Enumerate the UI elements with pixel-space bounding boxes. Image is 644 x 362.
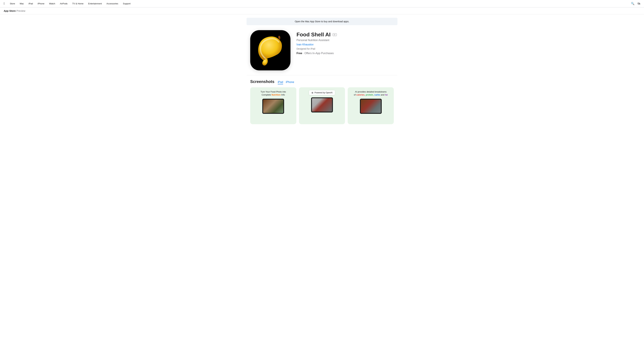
nav-ipad[interactable]: iPad [26, 0, 35, 7]
screenshot-line3: AI provides detailed breakdownsof calori… [354, 90, 388, 96]
nav-accessories[interactable]: Accessories [104, 0, 120, 7]
app-icon-image [254, 33, 287, 67]
highlight-nutrition: Nutrition [272, 93, 280, 96]
search-icon[interactable]: 🔍 [631, 2, 634, 5]
nav-entertainment[interactable]: Entertainment [86, 0, 104, 7]
nav-watch[interactable]: Watch [47, 0, 57, 7]
screenshot-card-3: AI provides detailed breakdownsof calori… [348, 87, 394, 124]
app-title-row: Food Shell AI 4+ [296, 31, 394, 38]
breadcrumb-store[interactable]: App Store [4, 9, 16, 12]
iap-separator: · [302, 52, 304, 55]
bag-icon[interactable]: 🛍 [638, 2, 640, 5]
app-icon [250, 30, 290, 70]
food-image-1 [263, 99, 283, 113]
nav-tv-home[interactable]: TV & Home [70, 0, 86, 7]
screenshot-text-3: AI provides detailed breakdownsof calori… [354, 90, 388, 96]
openai-logo-icon: ⊛ [312, 91, 314, 94]
screenshot-card-2: ⊛ Powered by OpenAI [299, 87, 345, 124]
screenshot-text-1: Turn Your Food Photo intoComplete Nutrit… [260, 90, 286, 96]
nav-mac[interactable]: Mac [18, 0, 26, 7]
highlight-calories: calories [356, 93, 364, 96]
app-title: Food Shell AI [296, 31, 330, 38]
nav-actions: 🔍 🛍 [631, 2, 640, 5]
iap-text: Offers In-App Purchases [304, 52, 334, 55]
tab-ipad[interactable]: iPad [278, 81, 283, 84]
device-frame-1 [262, 99, 284, 114]
app-detail-section: Food Shell AI 4+ Personal Nutrition Assi… [246, 30, 398, 70]
mac-app-store-banner: Open the Mac App Store to buy and downlo… [246, 18, 398, 25]
price-free-label: Free [296, 52, 302, 55]
openai-badge-text: Powered by OpenAI [314, 91, 332, 94]
screenshots-grid: Turn Your Food Photo intoComplete Nutrit… [250, 87, 394, 124]
openai-badge: ⊛ Powered by OpenAI [309, 90, 335, 95]
screenshots-tabs: iPad iPhone [278, 81, 294, 84]
app-price: Free · Offers In-App Purchases [296, 52, 394, 55]
nav-airpods[interactable]: AirPods [58, 0, 70, 7]
device-screen-2 [312, 98, 332, 112]
screenshot-line1: Turn Your Food Photo intoComplete Nutrit… [260, 90, 286, 96]
device-screen-3 [361, 99, 381, 113]
age-rating-badge: 4+ [332, 33, 337, 36]
device-screen-1 [263, 99, 283, 113]
nav-iphone[interactable]: iPhone [36, 0, 46, 7]
highlight-carbs: carbs [374, 93, 380, 96]
navigation:  Store Mac iPad iPhone Watch AirPods TV… [0, 0, 644, 7]
screenshots-header: Screenshots iPad iPhone [250, 79, 394, 84]
device-frame-2 [311, 97, 333, 112]
screenshots-title: Screenshots [250, 79, 274, 84]
tab-iphone[interactable]: iPhone [286, 81, 294, 84]
apple-logo-icon[interactable]:  [4, 2, 5, 5]
food-image-3 [361, 99, 381, 113]
food-image-2 [312, 98, 332, 112]
screenshots-section: Screenshots iPad iPhone Turn Your Food P… [246, 79, 398, 124]
breadcrumb-preview: Preview [16, 9, 26, 12]
banner-text: Open the Mac App Store to buy and downlo… [295, 20, 349, 23]
app-designed-for: Designed for iPad [296, 47, 394, 50]
screenshot-card-1: Turn Your Food Photo intoComplete Nutrit… [250, 87, 296, 124]
device-frame-3 [360, 99, 382, 114]
app-info: Food Shell AI 4+ Personal Nutrition Assi… [296, 30, 394, 55]
nav-store[interactable]: Store [8, 0, 17, 7]
breadcrumb: App Store Preview [0, 7, 644, 14]
app-author-link[interactable]: Ivan Khaustov [296, 43, 394, 46]
nav-support[interactable]: Support [121, 0, 133, 7]
app-subtitle: Personal Nutrition Assistant [296, 39, 394, 42]
highlight-protein: protein [366, 93, 373, 96]
nav-links: Store Mac iPad iPhone Watch AirPods TV &… [8, 0, 631, 7]
highlight-fat: fat [385, 93, 388, 96]
